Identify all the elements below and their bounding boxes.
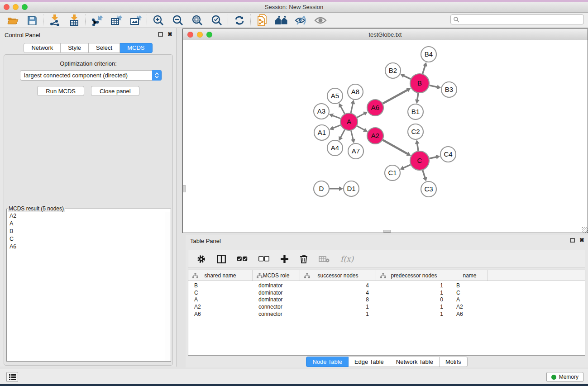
tab-mcds[interactable]: MCDS xyxy=(120,43,152,53)
graph-node-label: B3 xyxy=(445,86,453,93)
graph-node-label: B2 xyxy=(389,67,397,74)
show-graphics-details-button[interactable] xyxy=(291,14,311,27)
edge-B-B2[interactable] xyxy=(403,76,411,79)
graph-node-label: A7 xyxy=(352,147,360,155)
table-cell: 1 xyxy=(376,282,452,290)
task-history-button[interactable] xyxy=(6,372,18,382)
canvas-vscroll-thumb[interactable] xyxy=(183,185,186,192)
desktop-bottom-strip xyxy=(0,384,588,386)
import-network-button[interactable] xyxy=(45,14,64,27)
export-table-button[interactable] xyxy=(106,14,126,27)
table-body: Bdominator41BCdominator41CAdominator80AA… xyxy=(188,281,585,318)
edge-A-A4[interactable] xyxy=(340,130,345,138)
close-panel-button[interactable]: Close panel xyxy=(91,86,139,96)
edge-B-B3[interactable] xyxy=(430,86,438,87)
column-header-shared-name[interactable]: shared name xyxy=(188,270,253,281)
birds-eye-view-button[interactable] xyxy=(311,14,330,27)
edge-A6-B[interactable] xyxy=(383,90,408,104)
edge-C-C4[interactable] xyxy=(429,157,437,158)
edge-arrowhead xyxy=(351,100,355,105)
split-view-icon[interactable] xyxy=(217,255,226,263)
delete-column-icon[interactable] xyxy=(300,254,308,264)
apply-function-icon[interactable]: f(x) xyxy=(340,254,354,263)
result-scrollbar[interactable] xyxy=(165,212,171,361)
edge-C-C2[interactable] xyxy=(417,143,418,151)
edge-B-B1[interactable] xyxy=(417,93,418,100)
edge-C-C3[interactable] xyxy=(423,170,425,178)
table-row[interactable]: Bdominator41B xyxy=(188,282,585,290)
zoom-out-button[interactable] xyxy=(168,14,187,27)
float-table-panel-icon[interactable] xyxy=(570,238,575,243)
memory-button[interactable]: Memory xyxy=(546,372,583,382)
select-all-columns-icon[interactable] xyxy=(237,256,248,262)
refresh-view-button[interactable] xyxy=(229,14,249,27)
search-input[interactable] xyxy=(450,14,584,24)
edge-A-A8[interactable] xyxy=(351,103,353,113)
result-list-item[interactable]: A6 xyxy=(7,243,164,250)
result-list-item[interactable]: C xyxy=(7,235,164,243)
zoom-in-button[interactable] xyxy=(148,14,168,27)
import-table-button[interactable] xyxy=(64,14,84,27)
column-header-successor-nodes[interactable]: successor nodes xyxy=(300,270,376,281)
main-toolbar xyxy=(0,13,588,28)
tab-motifs[interactable]: Motifs xyxy=(440,357,468,367)
status-bar: Memory xyxy=(0,369,588,384)
close-panel-icon[interactable]: ✖ xyxy=(167,32,172,37)
edge-A-A7[interactable] xyxy=(351,130,353,140)
window-resize-grip[interactable] xyxy=(582,227,588,233)
column-header-name[interactable]: name xyxy=(452,270,488,281)
table-cell: A6 xyxy=(188,311,253,318)
column-header-predecessor-nodes[interactable]: predecessor nodes xyxy=(376,270,452,281)
tab-edge-table[interactable]: Edge Table xyxy=(349,357,390,367)
result-list-item[interactable]: A xyxy=(7,219,164,227)
edge-arrowhead xyxy=(437,85,441,89)
canvas-hscroll-thumb[interactable] xyxy=(383,230,391,233)
export-network-button[interactable] xyxy=(87,14,106,27)
edge-C-C1[interactable] xyxy=(403,165,411,168)
new-network-from-selection-button[interactable] xyxy=(252,14,272,27)
export-image-button[interactable] xyxy=(126,14,145,27)
deselect-all-columns-icon[interactable] xyxy=(258,256,269,262)
tab-style[interactable]: Style xyxy=(61,43,89,53)
tab-network[interactable]: Network xyxy=(24,43,61,53)
close-table-panel-icon[interactable]: ✖ xyxy=(579,238,584,243)
column-header-mcds-role[interactable]: MCDS role xyxy=(253,270,300,281)
table-settings-icon[interactable] xyxy=(196,254,206,264)
tab-select[interactable]: Select xyxy=(89,43,120,53)
save-session-button[interactable] xyxy=(22,14,42,27)
run-mcds-button[interactable]: Run MCDS xyxy=(37,86,84,96)
graph-node-label: A3 xyxy=(317,107,325,115)
edge-A-A1[interactable] xyxy=(332,125,340,128)
result-list-item[interactable]: B xyxy=(7,227,164,235)
zoom-selected-button[interactable] xyxy=(207,14,226,27)
table-row[interactable]: Cdominator41C xyxy=(188,290,585,297)
network-view-window: testGlobe.txt B4B2BB3A8A5A6A3B1AA1C2A2A4… xyxy=(182,29,588,233)
table-row[interactable]: Adominator80A xyxy=(188,296,585,304)
table-row[interactable]: A6connector11A6 xyxy=(188,311,585,318)
network-canvas[interactable]: B4B2BB3A8A5A6A3B1AA1C2A2A4A7C4CC1DD1C3 xyxy=(183,40,588,233)
edge-A2-C[interactable] xyxy=(383,140,408,154)
table-cell: A xyxy=(188,296,253,304)
table-cell: 4 xyxy=(300,290,376,297)
edge-A-A6[interactable] xyxy=(357,113,365,117)
optimization-criterion-dropdown[interactable]: largest connected component (directed) xyxy=(20,70,162,81)
add-column-icon[interactable] xyxy=(280,255,289,263)
edge-arrowhead xyxy=(339,186,343,191)
delete-table-icon[interactable] xyxy=(319,256,330,262)
edge-A-A2[interactable] xyxy=(357,126,365,130)
table-cell: A xyxy=(452,296,488,304)
table-cell: 4 xyxy=(300,282,376,290)
edge-A-A3[interactable] xyxy=(332,115,340,119)
zoom-fit-button[interactable] xyxy=(187,14,207,27)
tab-network-table[interactable]: Network Table xyxy=(390,357,440,367)
tab-node-table[interactable]: Node Table xyxy=(306,357,349,367)
edge-B-B4[interactable] xyxy=(423,65,425,74)
home-layout-button[interactable] xyxy=(272,14,291,27)
float-panel-icon[interactable] xyxy=(158,32,163,37)
result-list-item[interactable]: A2 xyxy=(7,212,164,219)
column-hierarchy-icon xyxy=(304,273,310,278)
edge-A-A5[interactable] xyxy=(340,106,345,114)
table-row[interactable]: A2connector11A2 xyxy=(188,304,585,311)
open-session-button[interactable] xyxy=(3,14,22,27)
import-table-icon xyxy=(69,14,79,26)
